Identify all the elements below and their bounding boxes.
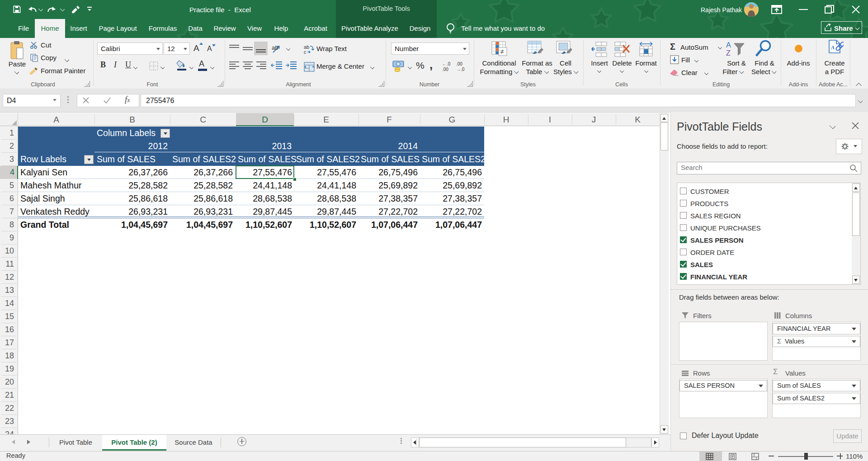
svg-text:Z: Z — [726, 49, 731, 57]
svg-text:→.0: →.0 — [456, 67, 465, 72]
svg-text:≠: ≠ — [500, 48, 504, 55]
svg-text:A: A — [830, 44, 835, 51]
svg-text:A: A — [726, 41, 731, 49]
svg-text:←.0: ←.0 — [442, 61, 451, 66]
svg-text:.00: .00 — [442, 67, 448, 72]
svg-text:ab: ab — [272, 44, 278, 51]
svg-text:.00: .00 — [456, 61, 462, 66]
svg-text:c: c — [304, 49, 307, 54]
